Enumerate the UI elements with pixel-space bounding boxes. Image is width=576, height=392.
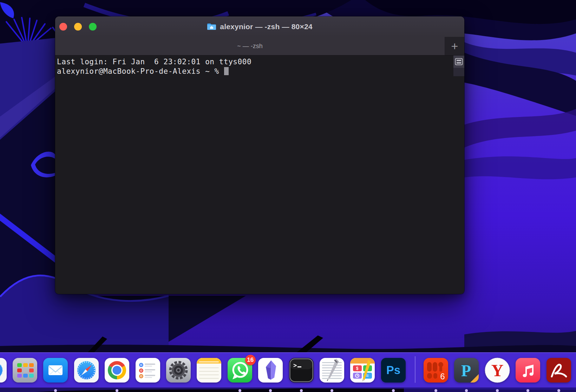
obsidian-icon <box>258 358 283 383</box>
new-tab-button[interactable]: + <box>445 37 464 55</box>
dock-item-acrobat[interactable] <box>546 358 571 383</box>
dock-item-reminders[interactable] <box>135 358 161 383</box>
tab-title: ~ — -zsh <box>237 43 263 50</box>
terminal-body: Last login: Fri Jan 6 23:02:01 on ttys00… <box>57 57 464 76</box>
terminal-cursor <box>224 67 229 75</box>
textedit-icon <box>319 358 345 383</box>
terminal-window: alexynior — -zsh — 80×24 ~ — -zsh + Last… <box>55 17 464 294</box>
svg-text:6: 6 <box>440 372 445 381</box>
dock-item-whatsapp[interactable]: 16 <box>227 358 253 383</box>
dock-item-money-app[interactable]: $= <box>350 358 375 383</box>
dock-item-safari[interactable] <box>74 358 99 383</box>
window-titlebar[interactable]: alexynior — -zsh — 80×24 <box>55 17 464 37</box>
partial-app-icon <box>0 358 7 383</box>
dock-item-apple-music[interactable] <box>515 358 541 383</box>
running-indicator <box>300 389 303 392</box>
tab-bar: ~ — -zsh + <box>55 37 464 55</box>
dock-item-partial-app[interactable] <box>0 358 7 383</box>
orange-app-icon: 6 <box>423 358 449 383</box>
running-indicator <box>392 389 395 392</box>
minimize-button[interactable] <box>74 23 82 31</box>
p-app-icon: P <box>454 358 479 383</box>
launchpad-icon <box>12 358 38 383</box>
running-indicator <box>496 389 499 392</box>
safari-icon <box>74 358 99 383</box>
tab-zsh[interactable]: ~ — -zsh <box>55 37 445 55</box>
terminal-icon: > <box>289 358 314 383</box>
svg-text:P: P <box>461 362 471 380</box>
dock-item-textedit[interactable] <box>319 358 345 383</box>
dock-separator <box>415 356 415 383</box>
notification-badge: 16 <box>245 355 256 365</box>
close-button[interactable] <box>59 23 67 31</box>
svg-text:>: > <box>293 362 297 369</box>
split-pane-button[interactable] <box>453 55 464 68</box>
scrollbar-track[interactable] <box>453 68 464 76</box>
running-indicator <box>330 389 333 392</box>
dock-item-terminal[interactable]: > <box>289 358 314 383</box>
svg-text:Ps: Ps <box>386 364 400 377</box>
running-indicator <box>434 389 437 392</box>
dock-item-obsidian[interactable] <box>258 358 283 383</box>
dock-item-notes[interactable] <box>196 358 222 383</box>
svg-text:$: $ <box>356 366 359 371</box>
money-app-icon: $= <box>350 358 375 383</box>
traffic-lights <box>59 17 97 37</box>
terminal-line: alexynior@MacBook-Pro-de-Alexis ~ % <box>57 67 464 76</box>
notes-icon <box>196 358 222 383</box>
dock-item-launchpad[interactable] <box>12 358 38 383</box>
dock-item-yandex-browser[interactable]: Y <box>485 358 510 383</box>
dock-item-mail[interactable] <box>43 358 68 383</box>
photoshop-icon: Ps <box>381 358 406 383</box>
dock-item-chrome[interactable] <box>104 358 130 383</box>
dock-item-p-app[interactable]: P <box>454 358 479 383</box>
system-preferences-icon <box>166 358 191 383</box>
acrobat-icon <box>546 358 571 383</box>
dock: 16>$=Ps6PY <box>0 352 576 388</box>
dock-item-system-preferences[interactable] <box>166 358 191 383</box>
split-pane-icon <box>455 58 463 65</box>
reminders-icon <box>135 358 161 383</box>
mail-icon <box>43 358 68 383</box>
window-title: alexynior — -zsh — 80×24 <box>220 22 312 31</box>
dock-item-photoshop[interactable]: Ps <box>381 358 406 383</box>
terminal-content[interactable]: Last login: Fri Jan 6 23:02:01 on ttys00… <box>55 55 464 294</box>
yandex-browser-icon: Y <box>485 358 510 383</box>
running-indicator <box>238 389 241 392</box>
chrome-icon <box>104 358 130 383</box>
apple-music-icon <box>515 358 541 383</box>
terminal-line: Last login: Fri Jan 6 23:02:01 on ttys00… <box>57 57 464 67</box>
home-folder-icon[interactable] <box>207 23 216 31</box>
dock-item-orange-app[interactable]: 6 <box>423 358 449 383</box>
zoom-button[interactable] <box>89 23 97 31</box>
running-indicator <box>557 389 560 392</box>
svg-text:Y: Y <box>491 361 503 380</box>
